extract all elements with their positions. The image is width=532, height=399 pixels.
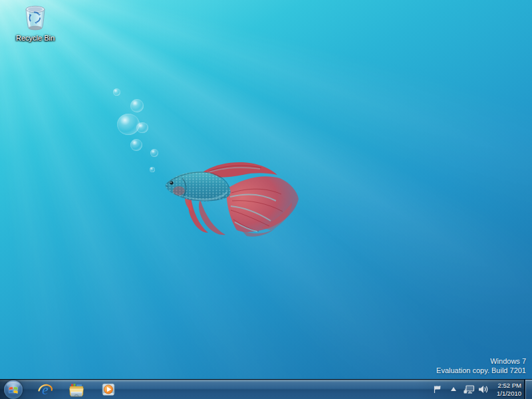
- recycle-bin[interactable]: Recycle Bin: [12, 3, 59, 43]
- volume-speaker-icon[interactable]: [478, 385, 488, 394]
- recycle-bin-icon: [21, 3, 49, 31]
- wallpaper-bubble: [150, 167, 155, 172]
- clock-time: 2:52 PM: [489, 382, 521, 390]
- betta-fish-wallpaper-art: [162, 158, 305, 239]
- clock-date: 1/1/2010: [489, 390, 521, 398]
- show-desktop-button[interactable]: [524, 380, 532, 399]
- show-hidden-icons-button[interactable]: [451, 387, 456, 391]
- windows-explorer-folder-icon: [68, 383, 84, 397]
- taskbar-button-windows-explorer[interactable]: [63, 380, 90, 399]
- taskbar-button-windows-media-player[interactable]: [95, 380, 122, 399]
- evaluation-watermark: Windows 7 Evaluation copy. Build 7201: [436, 357, 526, 375]
- taskbar-clock[interactable]: 2:52 PM 1/1/2010: [489, 382, 521, 398]
- taskbar-button-internet-explorer[interactable]: e: [32, 380, 59, 399]
- wallpaper-bubble: [130, 139, 142, 151]
- windows-media-player-icon: [101, 382, 116, 397]
- wallpaper-bubble: [130, 99, 144, 112]
- recycle-bin-label: Recycle Bin: [16, 34, 55, 42]
- watermark-line1: Windows 7: [436, 357, 526, 366]
- desktop-surface[interactable]: Recycle Bin Windows 7 Evaluation copy. B…: [0, 0, 532, 399]
- wallpaper-bubble: [136, 122, 148, 133]
- start-button[interactable]: [4, 380, 23, 399]
- windows-logo-icon: [8, 384, 19, 395]
- wallpaper-bubble: [113, 88, 120, 96]
- taskbar: e: [0, 379, 532, 399]
- internet-explorer-icon: e: [38, 382, 53, 397]
- network-status-icon[interactable]: [464, 385, 475, 394]
- action-center-flag-icon[interactable]: [433, 385, 442, 394]
- wallpaper-bubble: [150, 149, 158, 157]
- watermark-line2: Evaluation copy. Build 7201: [436, 366, 526, 376]
- wallpaper-bubble: [117, 114, 140, 135]
